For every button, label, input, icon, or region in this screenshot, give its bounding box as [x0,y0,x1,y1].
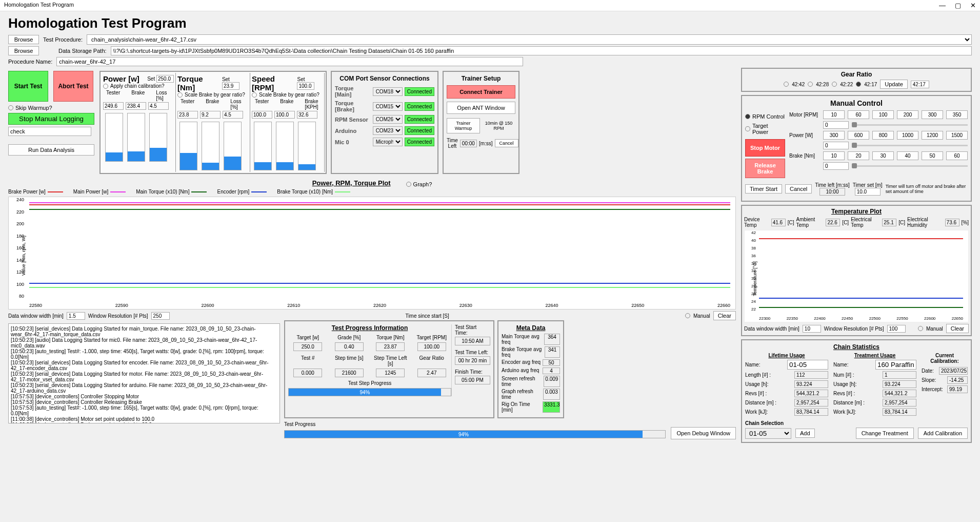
trainer-warmup-button[interactable]: Trainer Warmup [447,118,480,133]
procedure-name-input[interactable] [56,57,523,66]
temp-dw-input[interactable] [803,325,821,333]
titlebar: Homologation Test Program — ▢ ✕ [0,0,980,11]
chain-name1[interactable] [787,360,828,370]
window-title: Homologation Test Program [4,2,74,9]
timer-cancel-button[interactable]: Cancel [785,184,812,194]
check-input[interactable] [8,127,91,136]
change-treatment-button[interactable]: Change Treatment [856,428,914,439]
plot-title: Power, RPM, Torque Plot [312,179,391,187]
stop-manual-logging-button[interactable]: Stop Manual Logging [8,113,94,125]
timer-set-input[interactable] [855,188,881,196]
skip-warmup-radio[interactable] [8,105,13,110]
release-brake-button[interactable]: Release Brake [745,159,785,178]
rpm-control-radio[interactable] [745,114,750,119]
chain-add-button[interactable]: Add [795,429,815,438]
test-progress-bar: 94% [284,430,666,438]
page-title: Homologation Test Program [8,15,972,31]
chain-panel: Chain Statistics Lifetime Usage Name: Le… [741,339,972,443]
plot-clear-button[interactable]: Clear [713,311,736,320]
step-progress-bar: 94% [288,388,451,396]
test-procedure-label: Test Procedure: [43,36,83,43]
browse-button-1[interactable]: Browse [8,35,39,44]
finish-time: 05:00 PM [455,376,490,384]
minimize-icon[interactable]: — [939,2,946,9]
meta-panel: Meta Data Main Torque avg freq364Brake T… [497,320,564,418]
graph-radio[interactable] [406,182,411,187]
target-power-radio[interactable] [745,126,750,131]
main-plot: Value [Nm, rpm, W] 240220200180160140120… [8,197,736,310]
start-test-button[interactable]: Start Test [8,71,48,102]
test-procedure-select[interactable]: chain_analysis\chain-wear_6hr-42_17.csv [87,34,972,45]
gear-panel: Gear Ratio 42:4242:2842:2242:17Update [741,68,972,92]
open-debug-button[interactable]: Open Debug Window [671,427,736,439]
data-storage-input[interactable] [111,46,972,55]
plot-manual-radio[interactable] [685,313,690,318]
temp-wr-input[interactable] [887,325,906,333]
run-data-analysis-button[interactable]: Run Data Analysis [8,144,94,156]
temp-manual-radio[interactable] [918,326,923,331]
chain-name2[interactable] [875,360,916,370]
log-area[interactable]: [10:50:23] [serial_devices] Data Logging… [8,323,280,423]
close-icon[interactable]: ✕ [970,2,976,9]
browse-button-2[interactable]: Browse [8,46,39,55]
temp-panel: Temperature Plot Device Temp41.6[C]Ambie… [741,205,972,336]
trainer-cancel-button[interactable]: Cancel [495,139,518,147]
test-start-time: 10:50 AM [455,337,490,345]
temp-clear-button[interactable]: Clear [946,324,969,333]
com-panel: COM Port Sensor Connections Torque [Main… [331,71,438,174]
open-ant-button[interactable]: Open ANT Window [447,102,515,114]
chain-select[interactable]: 01-05 [745,428,791,439]
plot-wr-input[interactable] [151,312,170,320]
gauges-panel: Power [w]Set Apply chain calibration? Te… [99,71,327,174]
stop-motor-button[interactable]: Stop Motor [745,139,785,157]
plot-dw-input[interactable] [67,312,85,320]
test-time-left: 00 hr 20 min [455,356,490,365]
connect-trainer-button[interactable]: Connect Trainer [447,85,515,99]
data-storage-label: Data Storage Path: [58,48,107,54]
temp-plot: Temperature [°C] 4240383634323028262422 … [744,230,969,322]
trainer-time-left: 00:00 [460,140,477,147]
timer-start-button[interactable]: Timer Start [745,184,782,194]
progress-panel: Test Progress Information Target [w]Grad… [284,320,494,418]
manual-panel: Manual Control RPM Control Target Power … [741,95,972,202]
trainer-panel: Trainer Setup Connect Trainer Open ANT W… [443,71,519,174]
maximize-icon[interactable]: ▢ [955,2,961,9]
abort-test-button[interactable]: Abort Test [53,71,93,102]
add-calibration-button[interactable]: Add Calibration [918,428,968,439]
procedure-name-label: Procedure Name: [8,59,52,65]
